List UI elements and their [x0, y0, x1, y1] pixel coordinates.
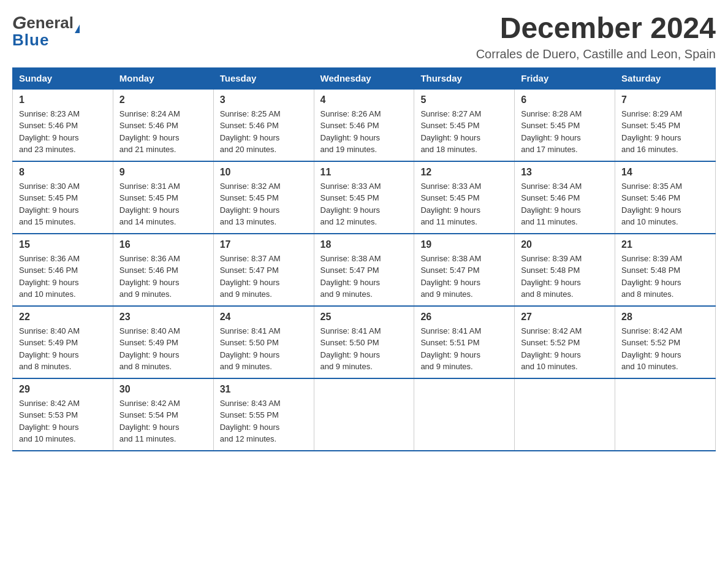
- day-info: Sunrise: 8:38 AMSunset: 5:47 PMDaylight:…: [420, 253, 508, 301]
- day-number: 1: [19, 94, 107, 105]
- day-number: 18: [320, 239, 408, 250]
- day-info: Sunrise: 8:40 AMSunset: 5:49 PMDaylight:…: [19, 325, 107, 373]
- title-block: December 2024 Corrales de Duero, Castill…: [476, 12, 716, 61]
- day-number: 24: [220, 312, 308, 323]
- calendar-header-monday: Monday: [113, 67, 213, 89]
- calendar-cell: 19 Sunrise: 8:38 AMSunset: 5:47 PMDaylig…: [414, 234, 515, 306]
- calendar-week-row: 22 Sunrise: 8:40 AMSunset: 5:49 PMDaylig…: [13, 306, 716, 378]
- day-number: 8: [19, 167, 107, 178]
- calendar-cell: 29 Sunrise: 8:42 AMSunset: 5:53 PMDaylig…: [13, 378, 113, 451]
- calendar-cell: 1 Sunrise: 8:23 AMSunset: 5:46 PMDayligh…: [13, 89, 113, 161]
- day-info: Sunrise: 8:27 AMSunset: 5:45 PMDaylight:…: [420, 108, 508, 156]
- day-number: 12: [420, 167, 508, 178]
- calendar-cell: 18 Sunrise: 8:38 AMSunset: 5:47 PMDaylig…: [314, 234, 414, 306]
- day-number: 20: [521, 239, 609, 250]
- calendar-cell: 22 Sunrise: 8:40 AMSunset: 5:49 PMDaylig…: [13, 306, 113, 378]
- day-number: 9: [119, 167, 207, 178]
- day-info: Sunrise: 8:35 AMSunset: 5:46 PMDaylight:…: [621, 180, 709, 228]
- calendar-cell: 13 Sunrise: 8:34 AMSunset: 5:46 PMDaylig…: [515, 161, 615, 234]
- day-info: Sunrise: 8:42 AMSunset: 5:52 PMDaylight:…: [621, 325, 709, 373]
- logo-general-rest: eneral: [26, 13, 74, 33]
- day-number: 15: [19, 239, 107, 250]
- calendar-cell: 17 Sunrise: 8:37 AMSunset: 5:47 PMDaylig…: [213, 234, 314, 306]
- calendar-cell: 26 Sunrise: 8:41 AMSunset: 5:51 PMDaylig…: [414, 306, 515, 378]
- calendar-week-row: 29 Sunrise: 8:42 AMSunset: 5:53 PMDaylig…: [13, 378, 716, 451]
- day-info: Sunrise: 8:30 AMSunset: 5:45 PMDaylight:…: [19, 180, 107, 228]
- page-title: December 2024: [476, 12, 716, 45]
- calendar-cell: 31 Sunrise: 8:43 AMSunset: 5:55 PMDaylig…: [213, 378, 314, 451]
- day-info: Sunrise: 8:40 AMSunset: 5:49 PMDaylight:…: [119, 325, 207, 373]
- calendar-cell: 15 Sunrise: 8:36 AMSunset: 5:46 PMDaylig…: [13, 234, 113, 306]
- calendar-cell: 20 Sunrise: 8:39 AMSunset: 5:48 PMDaylig…: [515, 234, 615, 306]
- calendar-cell: 21 Sunrise: 8:39 AMSunset: 5:48 PMDaylig…: [615, 234, 716, 306]
- calendar-cell: 25 Sunrise: 8:41 AMSunset: 5:50 PMDaylig…: [314, 306, 414, 378]
- calendar-header-row: SundayMondayTuesdayWednesdayThursdayFrid…: [13, 67, 716, 89]
- day-number: 25: [320, 312, 408, 323]
- calendar-header-thursday: Thursday: [414, 67, 515, 89]
- day-info: Sunrise: 8:31 AMSunset: 5:45 PMDaylight:…: [119, 180, 207, 228]
- calendar-cell: [615, 378, 716, 451]
- day-number: 7: [621, 94, 709, 105]
- calendar-cell: 3 Sunrise: 8:25 AMSunset: 5:46 PMDayligh…: [213, 89, 314, 161]
- calendar-cell: 14 Sunrise: 8:35 AMSunset: 5:46 PMDaylig…: [615, 161, 716, 234]
- day-info: Sunrise: 8:41 AMSunset: 5:50 PMDaylight:…: [220, 325, 308, 373]
- day-number: 30: [119, 384, 207, 395]
- day-number: 14: [621, 167, 709, 178]
- day-info: Sunrise: 8:28 AMSunset: 5:45 PMDaylight:…: [521, 108, 609, 156]
- day-number: 2: [119, 94, 207, 105]
- calendar-cell: 9 Sunrise: 8:31 AMSunset: 5:45 PMDayligh…: [113, 161, 213, 234]
- day-info: Sunrise: 8:41 AMSunset: 5:51 PMDaylight:…: [420, 325, 508, 373]
- day-info: Sunrise: 8:41 AMSunset: 5:50 PMDaylight:…: [320, 325, 408, 373]
- day-info: Sunrise: 8:42 AMSunset: 5:54 PMDaylight:…: [119, 397, 207, 445]
- day-info: Sunrise: 8:39 AMSunset: 5:48 PMDaylight:…: [621, 253, 709, 301]
- calendar-cell: 12 Sunrise: 8:33 AMSunset: 5:45 PMDaylig…: [414, 161, 515, 234]
- day-info: Sunrise: 8:23 AMSunset: 5:46 PMDaylight:…: [19, 108, 107, 156]
- day-info: Sunrise: 8:24 AMSunset: 5:46 PMDaylight:…: [119, 108, 207, 156]
- day-number: 26: [420, 312, 508, 323]
- day-info: Sunrise: 8:29 AMSunset: 5:45 PMDaylight:…: [621, 108, 709, 156]
- calendar-cell: 6 Sunrise: 8:28 AMSunset: 5:45 PMDayligh…: [515, 89, 615, 161]
- day-info: Sunrise: 8:36 AMSunset: 5:46 PMDaylight:…: [119, 253, 207, 301]
- day-info: Sunrise: 8:42 AMSunset: 5:53 PMDaylight:…: [19, 397, 107, 445]
- day-number: 19: [420, 239, 508, 250]
- day-number: 16: [119, 239, 207, 250]
- calendar-cell: [314, 378, 414, 451]
- calendar-cell: 11 Sunrise: 8:33 AMSunset: 5:45 PMDaylig…: [314, 161, 414, 234]
- calendar-week-row: 1 Sunrise: 8:23 AMSunset: 5:46 PMDayligh…: [13, 89, 716, 161]
- day-info: Sunrise: 8:25 AMSunset: 5:46 PMDaylight:…: [220, 108, 308, 156]
- day-number: 21: [621, 239, 709, 250]
- calendar-cell: 7 Sunrise: 8:29 AMSunset: 5:45 PMDayligh…: [615, 89, 716, 161]
- day-info: Sunrise: 8:38 AMSunset: 5:47 PMDaylight:…: [320, 253, 408, 301]
- calendar-cell: 30 Sunrise: 8:42 AMSunset: 5:54 PMDaylig…: [113, 378, 213, 451]
- day-info: Sunrise: 8:33 AMSunset: 5:45 PMDaylight:…: [320, 180, 408, 228]
- calendar-cell: [515, 378, 615, 451]
- calendar-cell: 4 Sunrise: 8:26 AMSunset: 5:46 PMDayligh…: [314, 89, 414, 161]
- calendar-week-row: 15 Sunrise: 8:36 AMSunset: 5:46 PMDaylig…: [13, 234, 716, 306]
- day-info: Sunrise: 8:39 AMSunset: 5:48 PMDaylight:…: [521, 253, 609, 301]
- day-number: 13: [521, 167, 609, 178]
- calendar-cell: 10 Sunrise: 8:32 AMSunset: 5:45 PMDaylig…: [213, 161, 314, 234]
- calendar-cell: [414, 378, 515, 451]
- day-number: 10: [220, 167, 308, 178]
- day-number: 4: [320, 94, 408, 105]
- day-number: 28: [621, 312, 709, 323]
- day-number: 11: [320, 167, 408, 178]
- day-number: 17: [220, 239, 308, 250]
- day-info: Sunrise: 8:32 AMSunset: 5:45 PMDaylight:…: [220, 180, 308, 228]
- calendar-cell: 28 Sunrise: 8:42 AMSunset: 5:52 PMDaylig…: [615, 306, 716, 378]
- day-number: 23: [119, 312, 207, 323]
- logo-general-g: G: [12, 12, 26, 33]
- day-info: Sunrise: 8:36 AMSunset: 5:46 PMDaylight:…: [19, 253, 107, 301]
- calendar-cell: 27 Sunrise: 8:42 AMSunset: 5:52 PMDaylig…: [515, 306, 615, 378]
- day-number: 31: [220, 384, 308, 395]
- logo-blue-text: Blue: [12, 31, 80, 50]
- day-info: Sunrise: 8:43 AMSunset: 5:55 PMDaylight:…: [220, 397, 308, 445]
- day-info: Sunrise: 8:33 AMSunset: 5:45 PMDaylight:…: [420, 180, 508, 228]
- calendar-cell: 5 Sunrise: 8:27 AMSunset: 5:45 PMDayligh…: [414, 89, 515, 161]
- day-number: 22: [19, 312, 107, 323]
- page-header: G eneral Blue December 2024 Corrales de …: [12, 12, 716, 61]
- calendar-cell: 8 Sunrise: 8:30 AMSunset: 5:45 PMDayligh…: [13, 161, 113, 234]
- calendar-header-tuesday: Tuesday: [213, 67, 314, 89]
- calendar-header-wednesday: Wednesday: [314, 67, 414, 89]
- day-number: 3: [220, 94, 308, 105]
